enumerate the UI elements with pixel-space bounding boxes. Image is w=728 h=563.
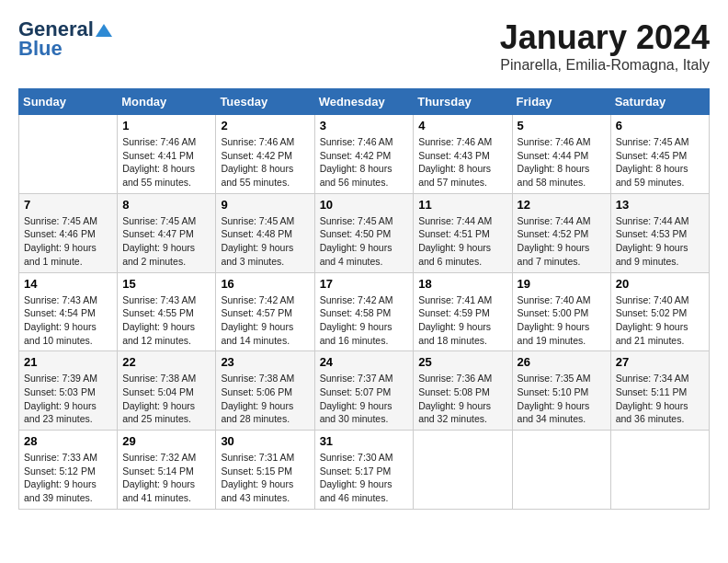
day-number: 19 (518, 277, 606, 291)
day-number: 3 (320, 119, 409, 132)
day-info: Sunrise: 7:38 AM Sunset: 5:04 PM Dayligh… (122, 372, 210, 426)
day-number: 18 (418, 277, 506, 291)
day-info: Sunrise: 7:46 AM Sunset: 4:42 PM Dayligh… (320, 135, 409, 190)
header-day-monday: Monday (118, 89, 216, 115)
calendar-cell: 22Sunrise: 7:38 AM Sunset: 5:04 PM Dayli… (118, 351, 216, 431)
day-number: 20 (616, 277, 704, 291)
day-number: 31 (320, 434, 409, 448)
page-subtitle: Pinarella, Emilia-Romagna, Italy (500, 57, 710, 74)
calendar-cell: 7Sunrise: 7:45 AM Sunset: 4:46 PM Daylig… (19, 193, 118, 272)
day-info: Sunrise: 7:34 AM Sunset: 5:11 PM Dayligh… (616, 372, 704, 426)
calendar-cell (19, 115, 118, 194)
page-title: January 2024 (500, 18, 710, 57)
calendar-cell: 9Sunrise: 7:45 AM Sunset: 4:48 PM Daylig… (216, 193, 314, 272)
calendar-cell: 5Sunrise: 7:46 AM Sunset: 4:44 PM Daylig… (512, 115, 610, 194)
day-number: 25 (418, 355, 506, 369)
day-info: Sunrise: 7:39 AM Sunset: 5:03 PM Dayligh… (24, 372, 112, 426)
day-info: Sunrise: 7:41 AM Sunset: 4:59 PM Dayligh… (418, 293, 506, 348)
day-number: 23 (221, 355, 309, 369)
day-info: Sunrise: 7:45 AM Sunset: 4:45 PM Dayligh… (616, 135, 704, 190)
logo: General Blue (18, 18, 112, 61)
header-day-wednesday: Wednesday (314, 89, 414, 115)
calendar-cell (512, 431, 610, 510)
calendar-cell: 25Sunrise: 7:36 AM Sunset: 5:08 PM Dayli… (414, 351, 512, 431)
day-number: 14 (24, 277, 112, 291)
day-info: Sunrise: 7:42 AM Sunset: 4:58 PM Dayligh… (320, 293, 409, 348)
day-info: Sunrise: 7:38 AM Sunset: 5:06 PM Dayligh… (221, 372, 309, 426)
day-number: 29 (122, 434, 210, 448)
day-info: Sunrise: 7:46 AM Sunset: 4:43 PM Dayligh… (418, 135, 506, 190)
calendar-cell: 27Sunrise: 7:34 AM Sunset: 5:11 PM Dayli… (610, 351, 709, 431)
day-number: 10 (320, 198, 409, 212)
day-info: Sunrise: 7:40 AM Sunset: 5:00 PM Dayligh… (518, 293, 606, 348)
day-info: Sunrise: 7:43 AM Sunset: 4:55 PM Dayligh… (122, 293, 210, 348)
day-number: 2 (221, 119, 309, 132)
day-number: 15 (122, 277, 210, 291)
calendar-cell: 3Sunrise: 7:46 AM Sunset: 4:42 PM Daylig… (314, 115, 414, 194)
day-number: 13 (616, 198, 704, 212)
header-day-thursday: Thursday (414, 89, 512, 115)
day-number: 12 (518, 198, 606, 212)
day-info: Sunrise: 7:45 AM Sunset: 4:47 PM Dayligh… (122, 214, 210, 269)
calendar-cell: 11Sunrise: 7:44 AM Sunset: 4:51 PM Dayli… (414, 193, 512, 272)
calendar-cell (414, 431, 512, 510)
calendar-cell: 24Sunrise: 7:37 AM Sunset: 5:07 PM Dayli… (314, 351, 414, 431)
header-day-friday: Friday (512, 89, 610, 115)
calendar-cell: 29Sunrise: 7:32 AM Sunset: 5:14 PM Dayli… (118, 431, 216, 510)
day-number: 7 (24, 198, 112, 212)
day-info: Sunrise: 7:46 AM Sunset: 4:44 PM Dayligh… (518, 135, 606, 190)
calendar-cell: 2Sunrise: 7:46 AM Sunset: 4:42 PM Daylig… (216, 115, 314, 194)
day-info: Sunrise: 7:44 AM Sunset: 4:51 PM Dayligh… (418, 214, 506, 269)
day-number: 8 (122, 198, 210, 212)
calendar-week-4: 21Sunrise: 7:39 AM Sunset: 5:03 PM Dayli… (19, 351, 710, 431)
calendar-cell: 23Sunrise: 7:38 AM Sunset: 5:06 PM Dayli… (216, 351, 314, 431)
calendar-body: 1Sunrise: 7:46 AM Sunset: 4:41 PM Daylig… (19, 115, 710, 510)
calendar-cell: 14Sunrise: 7:43 AM Sunset: 4:54 PM Dayli… (19, 272, 118, 351)
calendar-cell: 26Sunrise: 7:35 AM Sunset: 5:10 PM Dayli… (512, 351, 610, 431)
day-number: 4 (418, 119, 506, 132)
day-number: 11 (418, 198, 506, 212)
calendar-cell: 16Sunrise: 7:42 AM Sunset: 4:57 PM Dayli… (216, 272, 314, 351)
svg-marker-0 (96, 24, 112, 37)
calendar-cell: 4Sunrise: 7:46 AM Sunset: 4:43 PM Daylig… (414, 115, 512, 194)
day-info: Sunrise: 7:44 AM Sunset: 4:53 PM Dayligh… (616, 214, 704, 269)
page-header: General Blue January 2024 Pinarella, Emi… (18, 18, 710, 74)
day-number: 30 (221, 434, 309, 448)
calendar-cell: 1Sunrise: 7:46 AM Sunset: 4:41 PM Daylig… (118, 115, 216, 194)
day-number: 17 (320, 277, 409, 291)
day-info: Sunrise: 7:35 AM Sunset: 5:10 PM Dayligh… (518, 372, 606, 426)
calendar-cell: 8Sunrise: 7:45 AM Sunset: 4:47 PM Daylig… (118, 193, 216, 272)
calendar-cell: 19Sunrise: 7:40 AM Sunset: 5:00 PM Dayli… (512, 272, 610, 351)
day-info: Sunrise: 7:40 AM Sunset: 5:02 PM Dayligh… (616, 293, 704, 348)
day-info: Sunrise: 7:44 AM Sunset: 4:52 PM Dayligh… (518, 214, 606, 269)
day-info: Sunrise: 7:42 AM Sunset: 4:57 PM Dayligh… (221, 293, 309, 348)
day-info: Sunrise: 7:45 AM Sunset: 4:46 PM Dayligh… (24, 214, 112, 269)
day-info: Sunrise: 7:37 AM Sunset: 5:07 PM Dayligh… (320, 372, 409, 426)
day-info: Sunrise: 7:30 AM Sunset: 5:17 PM Dayligh… (320, 451, 409, 505)
calendar-cell: 12Sunrise: 7:44 AM Sunset: 4:52 PM Dayli… (512, 193, 610, 272)
day-number: 27 (616, 355, 704, 369)
calendar-cell: 20Sunrise: 7:40 AM Sunset: 5:02 PM Dayli… (610, 272, 709, 351)
day-info: Sunrise: 7:46 AM Sunset: 4:42 PM Dayligh… (221, 135, 309, 190)
day-number: 26 (518, 355, 606, 369)
title-block: January 2024 Pinarella, Emilia-Romagna, … (500, 18, 710, 74)
day-info: Sunrise: 7:45 AM Sunset: 4:50 PM Dayligh… (320, 214, 409, 269)
calendar-cell: 13Sunrise: 7:44 AM Sunset: 4:53 PM Dayli… (610, 193, 709, 272)
calendar-cell: 18Sunrise: 7:41 AM Sunset: 4:59 PM Dayli… (414, 272, 512, 351)
day-info: Sunrise: 7:32 AM Sunset: 5:14 PM Dayligh… (122, 451, 210, 505)
day-info: Sunrise: 7:46 AM Sunset: 4:41 PM Dayligh… (122, 135, 210, 190)
calendar-cell: 15Sunrise: 7:43 AM Sunset: 4:55 PM Dayli… (118, 272, 216, 351)
calendar-cell (610, 431, 709, 510)
header-day-tuesday: Tuesday (216, 89, 314, 115)
calendar-cell: 6Sunrise: 7:45 AM Sunset: 4:45 PM Daylig… (610, 115, 709, 194)
header-day-sunday: Sunday (19, 89, 118, 115)
day-number: 21 (24, 355, 112, 369)
calendar-week-5: 28Sunrise: 7:33 AM Sunset: 5:12 PM Dayli… (19, 431, 710, 510)
day-info: Sunrise: 7:36 AM Sunset: 5:08 PM Dayligh… (418, 372, 506, 426)
day-number: 5 (518, 119, 606, 132)
calendar-header: SundayMondayTuesdayWednesdayThursdayFrid… (19, 89, 710, 115)
day-number: 9 (221, 198, 309, 212)
calendar-week-2: 7Sunrise: 7:45 AM Sunset: 4:46 PM Daylig… (19, 193, 710, 272)
day-info: Sunrise: 7:31 AM Sunset: 5:15 PM Dayligh… (221, 451, 309, 505)
logo-icon (96, 22, 112, 39)
